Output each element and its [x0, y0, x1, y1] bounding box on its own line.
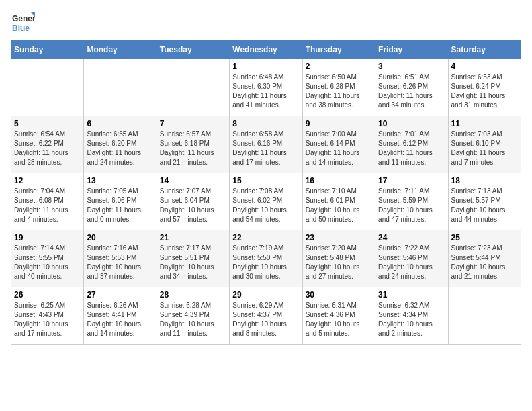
day-info: Sunrise: 6:53 AM Sunset: 6:24 PM Dayligh… — [451, 73, 518, 110]
day-number: 15 — [232, 176, 299, 185]
calendar-cell: 12Sunrise: 7:04 AM Sunset: 6:08 PM Dayli… — [11, 173, 84, 230]
day-number: 16 — [306, 176, 372, 185]
logo-svg: General Blue — [11, 11, 35, 35]
day-info: Sunrise: 6:50 AM Sunset: 6:28 PM Dayligh… — [306, 73, 372, 110]
day-info: Sunrise: 7:23 AM Sunset: 5:44 PM Dayligh… — [451, 244, 518, 281]
day-info: Sunrise: 6:55 AM Sunset: 6:20 PM Dayligh… — [87, 130, 153, 167]
calendar-cell: 21Sunrise: 7:17 AM Sunset: 5:51 PM Dayli… — [157, 230, 229, 287]
calendar-cell — [157, 59, 229, 116]
day-info: Sunrise: 7:07 AM Sunset: 6:04 PM Dayligh… — [160, 187, 226, 224]
day-number: 11 — [451, 119, 518, 128]
day-number: 9 — [306, 119, 372, 128]
week-row-5: 26Sunrise: 6:25 AM Sunset: 4:43 PM Dayli… — [11, 287, 521, 345]
day-number: 4 — [451, 62, 518, 71]
day-number: 6 — [87, 119, 153, 128]
day-number: 27 — [87, 290, 153, 300]
day-info: Sunrise: 7:04 AM Sunset: 6:08 PM Dayligh… — [14, 187, 81, 224]
day-info: Sunrise: 6:58 AM Sunset: 6:16 PM Dayligh… — [232, 130, 299, 167]
weekday-thursday: Thursday — [302, 41, 375, 59]
day-info: Sunrise: 6:57 AM Sunset: 6:18 PM Dayligh… — [160, 130, 226, 167]
day-info: Sunrise: 7:01 AM Sunset: 6:12 PM Dayligh… — [378, 130, 445, 167]
calendar-cell: 22Sunrise: 7:19 AM Sunset: 5:50 PM Dayli… — [230, 230, 302, 287]
day-info: Sunrise: 7:08 AM Sunset: 6:02 PM Dayligh… — [232, 187, 299, 224]
day-info: Sunrise: 7:17 AM Sunset: 5:51 PM Dayligh… — [160, 244, 226, 281]
calendar-cell: 5Sunrise: 6:54 AM Sunset: 6:22 PM Daylig… — [11, 116, 84, 173]
day-number: 17 — [378, 176, 445, 185]
calendar-cell: 8Sunrise: 6:58 AM Sunset: 6:16 PM Daylig… — [230, 116, 302, 173]
calendar-cell: 16Sunrise: 7:10 AM Sunset: 6:01 PM Dayli… — [302, 173, 375, 230]
calendar-cell: 26Sunrise: 6:25 AM Sunset: 4:43 PM Dayli… — [11, 287, 84, 345]
day-info: Sunrise: 7:14 AM Sunset: 5:55 PM Dayligh… — [14, 244, 81, 281]
calendar-cell: 11Sunrise: 7:03 AM Sunset: 6:10 PM Dayli… — [448, 116, 521, 173]
calendar-cell: 15Sunrise: 7:08 AM Sunset: 6:02 PM Dayli… — [230, 173, 302, 230]
week-row-1: 1Sunrise: 6:48 AM Sunset: 6:30 PM Daylig… — [11, 59, 521, 116]
day-info: Sunrise: 7:22 AM Sunset: 5:46 PM Dayligh… — [378, 244, 445, 281]
calendar-cell: 29Sunrise: 6:29 AM Sunset: 4:37 PM Dayli… — [230, 287, 302, 345]
calendar-cell: 14Sunrise: 7:07 AM Sunset: 6:04 PM Dayli… — [157, 173, 229, 230]
calendar-cell: 27Sunrise: 6:26 AM Sunset: 4:41 PM Dayli… — [84, 287, 157, 345]
day-number: 28 — [160, 290, 226, 300]
calendar-cell: 31Sunrise: 6:32 AM Sunset: 4:34 PM Dayli… — [375, 287, 448, 345]
day-info: Sunrise: 7:03 AM Sunset: 6:10 PM Dayligh… — [451, 130, 518, 167]
calendar-cell: 9Sunrise: 7:00 AM Sunset: 6:14 PM Daylig… — [302, 116, 375, 173]
day-number: 24 — [378, 233, 445, 242]
day-info: Sunrise: 6:32 AM Sunset: 4:34 PM Dayligh… — [378, 301, 445, 338]
calendar-cell: 17Sunrise: 7:11 AM Sunset: 5:59 PM Dayli… — [375, 173, 448, 230]
day-info: Sunrise: 7:00 AM Sunset: 6:14 PM Dayligh… — [306, 130, 372, 167]
week-row-3: 12Sunrise: 7:04 AM Sunset: 6:08 PM Dayli… — [11, 173, 521, 230]
day-info: Sunrise: 7:10 AM Sunset: 6:01 PM Dayligh… — [306, 187, 372, 224]
day-info: Sunrise: 7:16 AM Sunset: 5:53 PM Dayligh… — [87, 244, 153, 281]
day-number: 1 — [232, 62, 299, 71]
calendar-cell: 24Sunrise: 7:22 AM Sunset: 5:46 PM Dayli… — [375, 230, 448, 287]
day-info: Sunrise: 6:26 AM Sunset: 4:41 PM Dayligh… — [87, 301, 153, 338]
header: General Blue — [11, 11, 521, 35]
day-number: 26 — [14, 290, 81, 300]
day-number: 10 — [378, 119, 445, 128]
calendar-cell: 13Sunrise: 7:05 AM Sunset: 6:06 PM Dayli… — [84, 173, 157, 230]
weekday-sunday: Sunday — [11, 41, 84, 59]
weekday-friday: Friday — [375, 41, 448, 59]
calendar-cell: 6Sunrise: 6:55 AM Sunset: 6:20 PM Daylig… — [84, 116, 157, 173]
day-info: Sunrise: 6:28 AM Sunset: 4:39 PM Dayligh… — [160, 301, 226, 338]
calendar-cell — [448, 287, 521, 345]
day-number: 5 — [14, 119, 81, 128]
day-number: 13 — [87, 176, 153, 185]
calendar-cell: 7Sunrise: 6:57 AM Sunset: 6:18 PM Daylig… — [157, 116, 229, 173]
calendar-cell — [84, 59, 157, 116]
calendar-cell: 30Sunrise: 6:31 AM Sunset: 4:36 PM Dayli… — [302, 287, 375, 345]
day-info: Sunrise: 6:54 AM Sunset: 6:22 PM Dayligh… — [14, 130, 81, 167]
day-number: 21 — [160, 233, 226, 242]
day-info: Sunrise: 6:31 AM Sunset: 4:36 PM Dayligh… — [306, 301, 372, 338]
logo: General Blue — [11, 11, 35, 35]
day-number: 29 — [232, 290, 299, 300]
calendar-cell: 25Sunrise: 7:23 AM Sunset: 5:44 PM Dayli… — [448, 230, 521, 287]
day-number: 7 — [160, 119, 226, 128]
day-number: 22 — [232, 233, 299, 242]
day-number: 20 — [87, 233, 153, 242]
day-info: Sunrise: 7:19 AM Sunset: 5:50 PM Dayligh… — [232, 244, 299, 281]
day-info: Sunrise: 7:13 AM Sunset: 5:57 PM Dayligh… — [451, 187, 518, 224]
day-info: Sunrise: 6:29 AM Sunset: 4:37 PM Dayligh… — [232, 301, 299, 338]
calendar-cell: 20Sunrise: 7:16 AM Sunset: 5:53 PM Dayli… — [84, 230, 157, 287]
day-number: 31 — [378, 290, 445, 300]
day-info: Sunrise: 7:05 AM Sunset: 6:06 PM Dayligh… — [87, 187, 153, 224]
day-number: 8 — [232, 119, 299, 128]
week-row-4: 19Sunrise: 7:14 AM Sunset: 5:55 PM Dayli… — [11, 230, 521, 287]
svg-text:Blue: Blue — [12, 24, 30, 33]
calendar-cell: 10Sunrise: 7:01 AM Sunset: 6:12 PM Dayli… — [375, 116, 448, 173]
day-number: 2 — [306, 62, 372, 71]
day-number: 30 — [306, 290, 372, 300]
calendar-cell: 18Sunrise: 7:13 AM Sunset: 5:57 PM Dayli… — [448, 173, 521, 230]
calendar-cell: 3Sunrise: 6:51 AM Sunset: 6:26 PM Daylig… — [375, 59, 448, 116]
day-number: 25 — [451, 233, 518, 242]
calendar-cell — [11, 59, 84, 116]
day-info: Sunrise: 6:25 AM Sunset: 4:43 PM Dayligh… — [14, 301, 81, 338]
calendar-cell: 1Sunrise: 6:48 AM Sunset: 6:30 PM Daylig… — [230, 59, 302, 116]
weekday-tuesday: Tuesday — [157, 41, 229, 59]
svg-text:General: General — [12, 14, 35, 24]
weekday-header-row: SundayMondayTuesdayWednesdayThursdayFrid… — [11, 41, 521, 59]
calendar: SundayMondayTuesdayWednesdayThursdayFrid… — [11, 40, 521, 345]
weekday-saturday: Saturday — [448, 41, 521, 59]
day-number: 19 — [14, 233, 81, 242]
day-info: Sunrise: 7:20 AM Sunset: 5:48 PM Dayligh… — [306, 244, 372, 281]
